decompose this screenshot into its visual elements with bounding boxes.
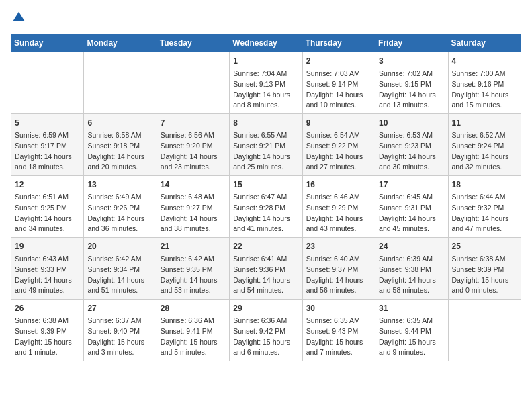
day-content-line: and 36 minutes.	[87, 224, 138, 232]
day-number: 22	[233, 240, 298, 253]
day-content-line: Daylight: 15 hours	[161, 338, 218, 346]
day-content-line: Sunset: 9:18 PM	[87, 142, 140, 150]
day-content: Sunrise: 6:38 AMSunset: 9:39 PMDaylight:…	[15, 316, 80, 358]
calendar-table: SundayMondayTuesdayWednesdayThursdayFrid…	[11, 34, 521, 361]
day-content-line: Sunrise: 7:03 AM	[306, 69, 360, 77]
day-content-line: and 45 minutes.	[379, 224, 429, 232]
day-number: 27	[87, 302, 152, 314]
week-row-2: 5Sunrise: 6:59 AMSunset: 9:17 PMDaylight…	[11, 114, 521, 176]
day-content-line: Sunset: 9:15 PM	[379, 80, 431, 88]
day-cell: 4Sunrise: 7:00 AMSunset: 9:16 PMDaylight…	[448, 52, 521, 114]
day-cell: 7Sunrise: 6:56 AMSunset: 9:20 PMDaylight…	[157, 114, 229, 176]
header-cell-tuesday: Tuesday	[157, 34, 229, 52]
day-content-line: Sunset: 9:44 PM	[379, 327, 431, 335]
day-content-line: Sunrise: 6:51 AM	[15, 193, 69, 201]
day-content-line: Sunset: 9:41 PM	[161, 327, 213, 335]
day-number: 25	[452, 240, 517, 253]
day-content: Sunrise: 6:42 AMSunset: 9:35 PMDaylight:…	[161, 254, 226, 296]
svg-marker-0	[13, 12, 25, 21]
day-content-line: and 27 minutes.	[306, 163, 357, 171]
day-content-line: Daylight: 14 hours	[379, 214, 436, 222]
day-content-line: Sunset: 9:29 PM	[306, 203, 359, 212]
day-number: 30	[306, 302, 371, 314]
day-content-line: Sunset: 9:32 PM	[452, 203, 504, 212]
day-content: Sunrise: 6:53 AMSunset: 9:23 PMDaylight:…	[379, 130, 444, 173]
day-content-line: Sunset: 9:39 PM	[15, 327, 67, 335]
day-number: 19	[15, 240, 80, 253]
day-number: 23	[306, 240, 371, 253]
day-cell: 25Sunrise: 6:38 AMSunset: 9:39 PMDayligh…	[448, 238, 521, 300]
day-content-line: and 18 minutes.	[15, 163, 65, 171]
calendar-body: 1Sunrise: 7:04 AMSunset: 9:13 PMDaylight…	[11, 52, 521, 361]
day-cell: 21Sunrise: 6:42 AMSunset: 9:35 PMDayligh…	[157, 238, 229, 300]
day-content-line: Daylight: 15 hours	[87, 338, 144, 346]
day-content: Sunrise: 6:44 AMSunset: 9:32 PMDaylight:…	[452, 192, 517, 234]
day-number: 6	[87, 117, 152, 129]
day-cell: 20Sunrise: 6:42 AMSunset: 9:34 PMDayligh…	[84, 238, 157, 300]
day-content: Sunrise: 7:04 AMSunset: 9:13 PMDaylight:…	[233, 68, 298, 111]
day-content-line: and 53 minutes.	[161, 286, 211, 294]
day-number: 21	[161, 240, 226, 253]
day-content-line: Sunset: 9:17 PM	[15, 142, 67, 150]
day-content-line: and 8 minutes.	[233, 101, 279, 109]
day-content-line: Sunset: 9:20 PM	[161, 142, 213, 150]
day-number: 20	[87, 240, 152, 253]
day-content-line: and 41 minutes.	[233, 224, 283, 232]
day-cell: 31Sunrise: 6:35 AMSunset: 9:44 PMDayligh…	[375, 300, 448, 361]
day-cell: 16Sunrise: 6:46 AMSunset: 9:29 PMDayligh…	[302, 176, 375, 238]
week-row-3: 12Sunrise: 6:51 AMSunset: 9:25 PMDayligh…	[11, 176, 521, 238]
day-content-line: and 0 minutes.	[452, 286, 498, 294]
day-cell: 19Sunrise: 6:43 AMSunset: 9:33 PMDayligh…	[11, 238, 84, 300]
day-content-line: Sunrise: 6:36 AM	[233, 316, 287, 324]
day-content-line: and 25 minutes.	[233, 163, 283, 171]
day-content-line: Sunset: 9:37 PM	[306, 265, 359, 273]
day-cell: 9Sunrise: 6:54 AMSunset: 9:22 PMDaylight…	[302, 114, 375, 176]
day-content: Sunrise: 6:41 AMSunset: 9:36 PMDaylight:…	[233, 254, 298, 296]
day-content-line: Sunset: 9:40 PM	[87, 327, 140, 335]
day-content: Sunrise: 6:48 AMSunset: 9:27 PMDaylight:…	[161, 192, 226, 234]
day-content-line: Sunset: 9:43 PM	[306, 327, 359, 335]
day-content-line: Sunrise: 6:42 AM	[87, 255, 141, 263]
day-content-line: Sunrise: 6:58 AM	[87, 131, 141, 139]
day-number: 7	[161, 117, 226, 129]
day-content-line: Sunset: 9:38 PM	[379, 265, 431, 273]
day-content-line: Sunset: 9:36 PM	[233, 265, 285, 273]
day-content-line: Sunset: 9:22 PM	[306, 142, 359, 150]
day-content-line: Daylight: 14 hours	[306, 214, 363, 222]
day-content: Sunrise: 6:35 AMSunset: 9:44 PMDaylight:…	[379, 316, 444, 358]
day-number: 18	[452, 179, 517, 191]
week-row-1: 1Sunrise: 7:04 AMSunset: 9:13 PMDaylight…	[11, 52, 521, 114]
day-content-line: Sunrise: 7:04 AM	[233, 69, 287, 77]
day-content: Sunrise: 6:55 AMSunset: 9:21 PMDaylight:…	[233, 130, 298, 173]
header-cell-wednesday: Wednesday	[230, 34, 302, 52]
day-content-line: Daylight: 14 hours	[161, 214, 218, 222]
day-cell: 18Sunrise: 6:44 AMSunset: 9:32 PMDayligh…	[448, 176, 521, 238]
day-cell: 3Sunrise: 7:02 AMSunset: 9:15 PMDaylight…	[375, 52, 448, 114]
day-content-line: Sunrise: 6:48 AM	[161, 193, 214, 201]
day-content-line: and 47 minutes.	[452, 224, 502, 232]
day-cell: 5Sunrise: 6:59 AMSunset: 9:17 PMDaylight…	[11, 114, 84, 176]
day-content: Sunrise: 7:03 AMSunset: 9:14 PMDaylight:…	[306, 68, 371, 111]
day-content-line: Daylight: 14 hours	[87, 152, 144, 161]
day-content-line: Daylight: 14 hours	[87, 276, 144, 284]
day-content-line: and 51 minutes.	[87, 286, 138, 294]
day-cell: 12Sunrise: 6:51 AMSunset: 9:25 PMDayligh…	[11, 176, 84, 238]
day-content: Sunrise: 6:37 AMSunset: 9:40 PMDaylight:…	[87, 316, 152, 358]
day-content-line: and 10 minutes.	[306, 101, 357, 109]
day-content-line: Sunrise: 7:00 AM	[452, 69, 506, 77]
day-content-line: Daylight: 15 hours	[15, 338, 72, 346]
day-cell: 13Sunrise: 6:49 AMSunset: 9:26 PMDayligh…	[84, 176, 157, 238]
day-content-line: Sunrise: 6:42 AM	[161, 255, 214, 263]
day-number: 28	[161, 302, 226, 314]
day-content-line: Daylight: 15 hours	[306, 338, 363, 346]
day-content-line: Sunset: 9:25 PM	[15, 203, 67, 212]
day-content: Sunrise: 7:02 AMSunset: 9:15 PMDaylight:…	[379, 68, 444, 111]
day-content: Sunrise: 6:36 AMSunset: 9:41 PMDaylight:…	[161, 316, 226, 358]
day-content: Sunrise: 6:54 AMSunset: 9:22 PMDaylight:…	[306, 130, 371, 173]
day-cell: 27Sunrise: 6:37 AMSunset: 9:40 PMDayligh…	[84, 300, 157, 361]
day-content-line: and 6 minutes.	[233, 348, 279, 356]
day-content-line: and 23 minutes.	[161, 163, 211, 171]
day-content-line: and 20 minutes.	[87, 163, 138, 171]
day-number: 13	[87, 179, 152, 191]
day-content-line: Daylight: 14 hours	[379, 152, 436, 161]
